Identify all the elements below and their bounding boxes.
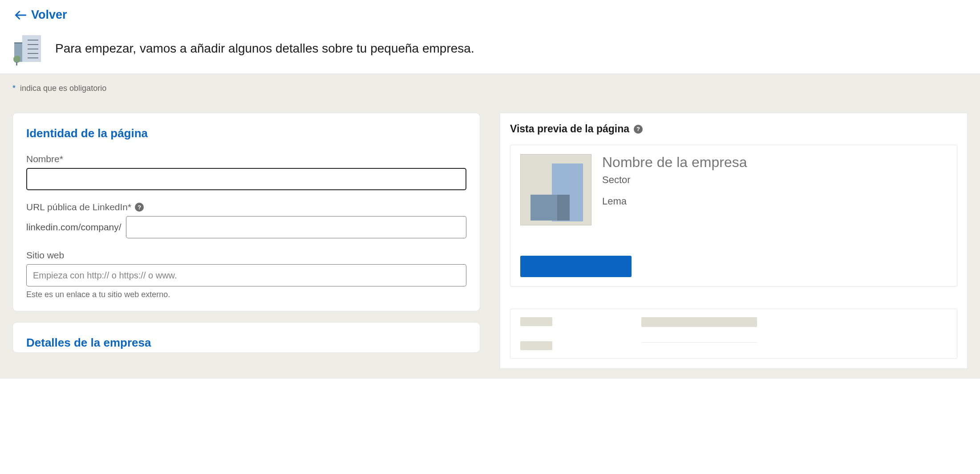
required-note: *indica que es obligatorio	[12, 84, 968, 93]
name-input[interactable]	[26, 168, 466, 190]
preview-header: Vista previa de la página ?	[500, 123, 967, 145]
url-field: URL pública de LinkedIn* ? linkedin.com/…	[26, 202, 466, 238]
preview-company-name: Nombre de la empresa	[602, 154, 947, 171]
details-card: Detalles de la empresa	[12, 322, 480, 353]
preview-sector: Sector	[602, 174, 947, 186]
skeleton-line	[520, 341, 552, 350]
url-label: URL pública de LinkedIn* ?	[26, 202, 466, 212]
back-link[interactable]: Volver	[14, 8, 67, 22]
preview-card: Vista previa de la página ? Nombre de la…	[500, 113, 968, 369]
help-icon[interactable]: ?	[135, 203, 144, 212]
details-title: Detalles de la empresa	[26, 336, 466, 350]
page-header: Volver Para empezar, vamos a añadir algu…	[0, 0, 980, 74]
identity-card: Identidad de la página Nombre* URL públi…	[12, 113, 480, 311]
help-icon[interactable]: ?	[634, 125, 643, 134]
preview-logo-placeholder	[520, 154, 591, 225]
name-field: Nombre*	[26, 154, 466, 190]
identity-title: Identidad de la página	[26, 127, 466, 140]
skeleton-line	[520, 317, 552, 326]
preview-tagline: Lema	[602, 196, 947, 207]
website-help: Este es un enlace a tu sitio web externo…	[26, 290, 466, 299]
url-input[interactable]	[126, 216, 466, 238]
preview-cta-button[interactable]	[520, 256, 632, 277]
name-label: Nombre*	[26, 154, 466, 164]
back-label: Volver	[31, 8, 67, 22]
website-input[interactable]	[26, 264, 466, 286]
preview-feed-skeleton	[510, 309, 957, 359]
website-label: Sitio web	[26, 250, 466, 261]
url-prefix: linkedin.com/company/	[26, 222, 121, 233]
intro-text: Para empezar, vamos a añadir algunos det…	[55, 41, 474, 56]
building-icon	[14, 34, 43, 63]
skeleton-line	[641, 317, 757, 327]
skeleton-divider	[641, 342, 757, 343]
website-field: Sitio web Este es un enlace a tu sitio w…	[26, 250, 466, 299]
arrow-left-icon	[14, 9, 27, 21]
preview-company-card: Nombre de la empresa Sector Lema	[510, 145, 957, 286]
